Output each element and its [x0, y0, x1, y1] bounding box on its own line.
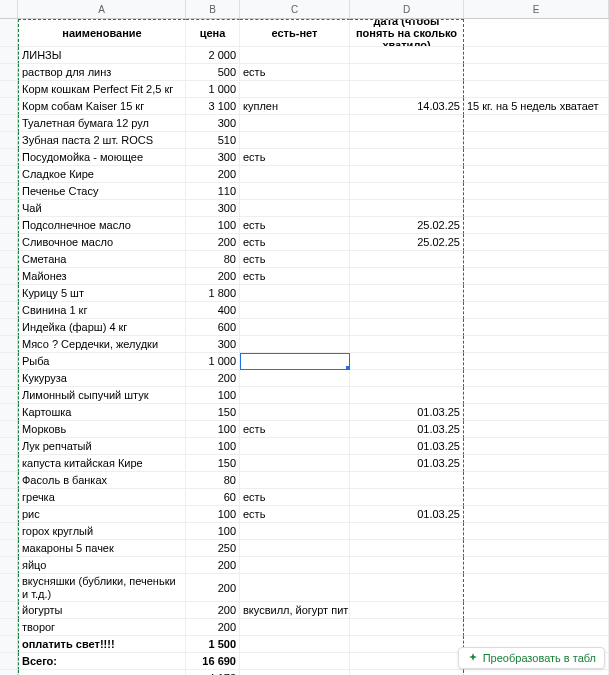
table-cell[interactable]	[464, 149, 609, 166]
table-cell[interactable]: капуста китайская Кире	[18, 455, 186, 472]
table-cell[interactable]	[240, 166, 350, 183]
table-cell[interactable]	[350, 670, 464, 675]
table-cell[interactable]	[464, 302, 609, 319]
table-cell[interactable]	[350, 200, 464, 217]
table-cell[interactable]: есть	[240, 268, 350, 285]
table-cell[interactable]: 200	[186, 619, 240, 636]
table-cell[interactable]: есть	[240, 217, 350, 234]
table-cell[interactable]: Индейка (фарш) 4 кг	[18, 319, 186, 336]
table-cell[interactable]: 600	[186, 319, 240, 336]
row-number[interactable]	[0, 268, 18, 285]
table-cell[interactable]: 25.02.25	[350, 234, 464, 251]
table-cell[interactable]	[464, 234, 609, 251]
table-cell[interactable]: есть	[240, 251, 350, 268]
table-cell[interactable]	[240, 319, 350, 336]
table-cell[interactable]	[350, 636, 464, 653]
table-cell[interactable]: 200	[186, 268, 240, 285]
row-number[interactable]	[0, 115, 18, 132]
table-cell[interactable]	[350, 302, 464, 319]
table-cell[interactable]: 100	[186, 421, 240, 438]
header-name[interactable]: наименование	[18, 19, 186, 47]
table-cell[interactable]	[464, 268, 609, 285]
table-cell[interactable]	[464, 251, 609, 268]
table-cell[interactable]: Рыба	[18, 353, 186, 370]
table-cell[interactable]	[350, 387, 464, 404]
table-cell[interactable]	[350, 523, 464, 540]
table-cell[interactable]: 500	[186, 64, 240, 81]
table-cell[interactable]	[240, 540, 350, 557]
table-cell[interactable]: есть	[240, 421, 350, 438]
table-cell[interactable]: есть	[240, 64, 350, 81]
table-cell[interactable]: Морковь	[18, 421, 186, 438]
table-cell[interactable]: 150	[186, 455, 240, 472]
row-number[interactable]	[0, 132, 18, 149]
col-header-a[interactable]: A	[18, 0, 186, 18]
table-cell[interactable]	[350, 619, 464, 636]
table-cell[interactable]: 3 100	[186, 98, 240, 115]
table-cell[interactable]	[464, 670, 609, 675]
row-number[interactable]	[0, 670, 18, 675]
table-cell[interactable]: 250	[186, 540, 240, 557]
row-number[interactable]	[0, 251, 18, 268]
table-cell[interactable]: 100	[186, 217, 240, 234]
header-have[interactable]: есть-нет	[240, 19, 350, 47]
row-number[interactable]	[0, 387, 18, 404]
table-cell[interactable]: 1 500	[186, 636, 240, 653]
table-cell[interactable]: 300	[186, 200, 240, 217]
row-number[interactable]	[0, 149, 18, 166]
row-number[interactable]	[0, 200, 18, 217]
table-cell[interactable]: 150	[186, 404, 240, 421]
table-cell[interactable]	[350, 64, 464, 81]
row-number[interactable]	[0, 574, 18, 602]
table-cell[interactable]: оплатить свет!!!!	[18, 636, 186, 653]
table-cell[interactable]	[240, 404, 350, 421]
table-cell[interactable]	[464, 285, 609, 302]
table-cell[interactable]	[240, 670, 350, 675]
table-cell[interactable]: Зубная паста 2 шт. ROCS	[18, 132, 186, 149]
table-cell[interactable]	[464, 166, 609, 183]
table-cell[interactable]: куплен	[240, 98, 350, 115]
table-cell[interactable]: 100	[186, 438, 240, 455]
table-cell[interactable]: ЛИНЗЫ	[18, 47, 186, 64]
table-cell[interactable]	[464, 455, 609, 472]
table-cell[interactable]	[350, 251, 464, 268]
table-cell[interactable]	[350, 472, 464, 489]
table-cell[interactable]	[350, 574, 464, 602]
table-cell[interactable]: Фасоль в банках	[18, 472, 186, 489]
table-cell[interactable]: яйцо	[18, 557, 186, 574]
table-cell[interactable]	[350, 149, 464, 166]
table-cell[interactable]	[240, 285, 350, 302]
table-cell[interactable]	[350, 319, 464, 336]
table-cell[interactable]	[464, 619, 609, 636]
table-cell[interactable]: 1 000	[186, 353, 240, 370]
corner-cell[interactable]	[0, 0, 18, 18]
table-cell[interactable]	[350, 557, 464, 574]
table-cell[interactable]: 25.02.25	[350, 217, 464, 234]
table-cell[interactable]	[240, 472, 350, 489]
table-cell[interactable]: вкусвилл, йогурт питьевой	[240, 602, 350, 619]
table-cell[interactable]: есть	[240, 149, 350, 166]
table-cell[interactable]: 01.03.25	[350, 404, 464, 421]
table-cell[interactable]	[350, 132, 464, 149]
table-cell[interactable]	[464, 506, 609, 523]
table-cell[interactable]	[350, 115, 464, 132]
table-cell[interactable]	[350, 489, 464, 506]
table-cell[interactable]	[464, 438, 609, 455]
table-cell[interactable]: 01.03.25	[350, 506, 464, 523]
table-cell[interactable]: 16 690	[186, 653, 240, 670]
table-cell[interactable]	[240, 302, 350, 319]
table-cell[interactable]: Курицу 5 шт	[18, 285, 186, 302]
row-number[interactable]	[0, 166, 18, 183]
table-cell[interactable]: 200	[186, 234, 240, 251]
table-cell[interactable]: Корм собам Kaiser 15 кг	[18, 98, 186, 115]
table-cell[interactable]: 80	[186, 472, 240, 489]
row-number[interactable]	[0, 302, 18, 319]
table-cell[interactable]: Чай	[18, 200, 186, 217]
table-cell[interactable]: расходы в неделю	[18, 670, 186, 675]
table-cell[interactable]	[464, 115, 609, 132]
table-cell[interactable]	[240, 115, 350, 132]
row-number[interactable]	[0, 64, 18, 81]
table-cell[interactable]	[464, 574, 609, 602]
table-cell[interactable]	[464, 336, 609, 353]
table-cell[interactable]	[240, 574, 350, 602]
